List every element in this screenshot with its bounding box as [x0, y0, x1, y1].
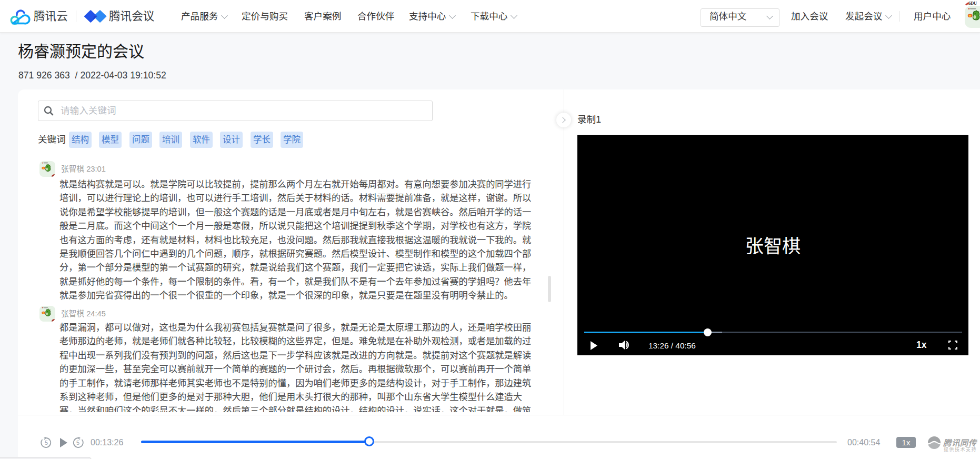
svg-text:5: 5 [76, 440, 79, 446]
svg-text:5: 5 [45, 440, 48, 446]
